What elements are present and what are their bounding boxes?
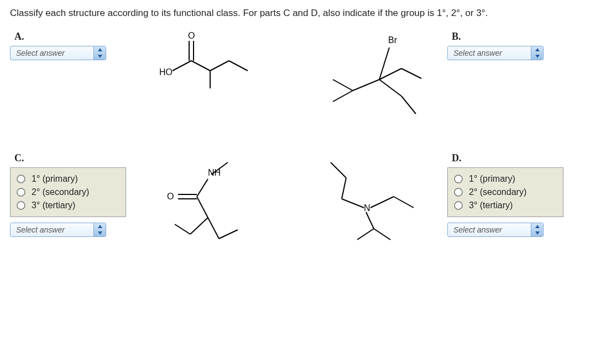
svg-line-37 [366, 212, 374, 229]
chevron-up-icon[interactable] [94, 223, 106, 230]
select-D[interactable]: Select answer [447, 223, 544, 237]
svg-line-2 [173, 61, 191, 71]
svg-line-9 [333, 80, 353, 91]
label-N: N [364, 203, 370, 213]
svg-line-10 [333, 91, 353, 102]
radio-D-1[interactable]: 1° (primary) [452, 172, 558, 186]
label-HO: HO [159, 67, 173, 77]
svg-line-41 [394, 197, 414, 208]
svg-point-19 [17, 175, 25, 183]
radio-D-3[interactable]: 3° (tertiary) [452, 199, 558, 212]
svg-line-7 [210, 61, 229, 71]
select-D-text: Select answer [448, 225, 531, 234]
svg-marker-18 [535, 55, 540, 58]
select-A-text: Select answer [11, 49, 93, 57]
svg-line-40 [370, 197, 394, 208]
svg-line-13 [379, 80, 401, 96]
svg-line-33 [219, 230, 238, 239]
select-A-stepper[interactable] [93, 46, 106, 60]
select-C[interactable]: Select answer [10, 223, 106, 237]
radio-group-D: 1° (primary) 2° (secondary) 3° (tertiary… [447, 167, 563, 217]
svg-point-44 [455, 202, 462, 209]
radio-D-3-label: 3° (tertiary) [469, 201, 513, 210]
chevron-down-icon[interactable] [531, 230, 543, 236]
radio-icon [453, 187, 463, 197]
svg-line-35 [342, 178, 346, 199]
svg-marker-46 [535, 231, 540, 235]
svg-line-26 [197, 179, 208, 197]
part-C-label: C. [14, 152, 143, 164]
row-1: A. Select answer [10, 31, 580, 130]
radio-D-2[interactable]: 2° (secondary) [452, 186, 558, 199]
select-C-stepper[interactable] [93, 223, 106, 236]
part-C: C. 1° (primary) 2° (secondary) 3° (terti… [10, 152, 143, 263]
part-A-label: A. [14, 31, 143, 43]
radio-C-1-label: 1° (primary) [32, 174, 78, 184]
svg-line-32 [175, 224, 190, 234]
svg-marker-17 [535, 48, 540, 51]
svg-line-30 [190, 218, 208, 234]
radio-icon [16, 187, 26, 197]
svg-line-34 [331, 162, 346, 178]
chevron-up-icon[interactable] [531, 223, 543, 230]
part-B: B. Select answer [447, 31, 580, 130]
label-Br: Br [388, 35, 398, 45]
structure-B: Br [323, 31, 434, 130]
radio-C-2-label: 2° (secondary) [32, 187, 89, 197]
svg-line-15 [401, 96, 416, 114]
svg-point-42 [455, 175, 462, 183]
svg-line-29 [197, 197, 208, 218]
radio-icon [16, 201, 26, 210]
radio-C-2[interactable]: 2° (secondary) [15, 186, 121, 199]
select-B[interactable]: Select answer [447, 46, 544, 60]
part-A: A. Select answer [10, 31, 143, 130]
radio-D-1-label: 1° (primary) [469, 174, 515, 184]
radio-icon [453, 174, 463, 184]
chevron-up-icon[interactable] [531, 46, 543, 53]
svg-line-8 [229, 61, 248, 71]
select-C-text: Select answer [11, 225, 93, 234]
row-2: C. 1° (primary) 2° (secondary) 3° (terti… [10, 152, 580, 263]
svg-line-39 [374, 229, 390, 240]
svg-line-5 [191, 61, 210, 71]
svg-line-11 [353, 80, 379, 91]
svg-marker-0 [98, 48, 102, 51]
svg-line-36 [342, 199, 364, 208]
svg-marker-24 [98, 231, 102, 235]
radio-C-1[interactable]: 1° (primary) [15, 172, 121, 186]
select-B-text: Select answer [448, 49, 531, 57]
structures-row-1: HO O [143, 31, 447, 130]
structure-A: HO O [157, 31, 257, 92]
select-D-stepper[interactable] [531, 223, 543, 236]
radio-icon [16, 174, 26, 184]
question-text: Classify each structure according to its… [10, 7, 580, 20]
structure-C: NH O [157, 152, 257, 263]
label-O: O [188, 31, 195, 40]
chevron-up-icon[interactable] [94, 46, 106, 53]
chevron-down-icon[interactable] [94, 230, 106, 236]
label-C-O: O [167, 192, 174, 201]
svg-point-43 [455, 188, 462, 196]
select-B-stepper[interactable] [531, 46, 543, 60]
radio-C-3-label: 3° (tertiary) [32, 201, 75, 210]
radio-D-2-label: 2° (secondary) [469, 187, 526, 197]
svg-marker-23 [98, 225, 102, 228]
part-D-label: D. [452, 152, 580, 164]
svg-line-38 [357, 229, 374, 240]
svg-point-22 [17, 202, 25, 209]
structures-row-2: NH O [143, 152, 447, 263]
radio-C-3[interactable]: 3° (tertiary) [15, 199, 121, 212]
radio-icon [453, 201, 463, 210]
part-B-label: B. [452, 31, 580, 43]
svg-line-14 [401, 68, 421, 78]
select-A[interactable]: Select answer [10, 46, 106, 60]
chevron-down-icon[interactable] [531, 53, 543, 60]
structure-D: N [323, 152, 434, 246]
svg-marker-45 [535, 225, 540, 228]
svg-point-21 [17, 188, 25, 196]
part-D: D. 1° (primary) 2° (secondary) 3° (terti… [447, 152, 580, 263]
chevron-down-icon[interactable] [94, 53, 106, 60]
svg-marker-1 [98, 55, 102, 58]
svg-line-31 [208, 218, 219, 239]
label-NH: NH [208, 168, 221, 177]
